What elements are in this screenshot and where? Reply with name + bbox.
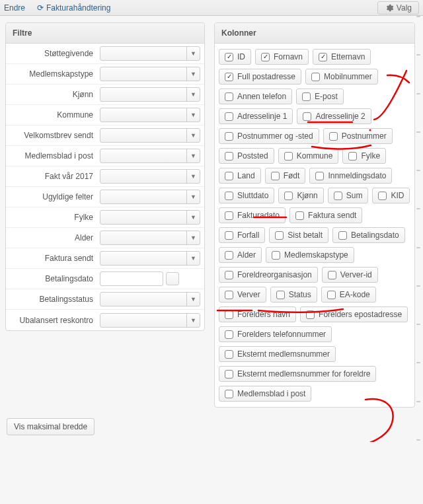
pill-checkbox[interactable]: [225, 291, 233, 299]
column-pill[interactable]: E-post: [296, 89, 344, 104]
column-pill[interactable]: Faktura sendt: [289, 207, 362, 223]
filter-select[interactable]: ▼: [100, 87, 200, 102]
column-pill[interactable]: Fylke: [342, 148, 386, 164]
pill-checkbox[interactable]: [225, 92, 233, 101]
filter-select[interactable]: ▼: [100, 149, 200, 163]
filter-select[interactable]: ▼: [100, 169, 200, 184]
column-pill[interactable]: Forelders navn: [219, 306, 296, 322]
pill-checkbox[interactable]: [284, 192, 293, 200]
pill-checkbox[interactable]: [302, 92, 311, 101]
column-pill[interactable]: Sluttdato: [219, 188, 274, 203]
column-pill[interactable]: Status: [270, 287, 317, 303]
column-pill[interactable]: ID: [219, 49, 251, 65]
pill-checkbox[interactable]: [225, 370, 233, 378]
link-endre[interactable]: Endre: [4, 3, 25, 13]
column-pill[interactable]: Kommune: [278, 148, 339, 164]
pill-checkbox[interactable]: [225, 350, 233, 359]
column-pill[interactable]: Verver-id: [322, 267, 378, 283]
pill-checkbox[interactable]: [225, 231, 233, 240]
pill-checkbox[interactable]: [225, 132, 233, 141]
button-vis-maksimal-bredde[interactable]: Vis maksimal bredde: [7, 418, 95, 435]
pill-label: Etternavn: [331, 52, 365, 61]
column-pill[interactable]: Fakturadato: [219, 207, 286, 223]
pill-checkbox[interactable]: [284, 152, 293, 161]
pill-checkbox[interactable]: [303, 112, 311, 121]
column-pill[interactable]: Medlemskapstype: [266, 247, 354, 263]
pill-checkbox[interactable]: [319, 53, 327, 61]
column-pill[interactable]: Forelders telefonnummer: [219, 326, 332, 342]
pill-checkbox[interactable]: [225, 152, 233, 161]
pill-checkbox[interactable]: [225, 310, 233, 319]
column-pill[interactable]: Forfall: [219, 227, 265, 243]
pill-checkbox[interactable]: [276, 291, 285, 299]
betalingsdato-input[interactable]: [100, 271, 163, 286]
filter-select[interactable]: ▼: [100, 128, 200, 143]
column-pill[interactable]: Annen telefon: [219, 89, 292, 104]
filter-select[interactable]: ▼: [100, 67, 200, 81]
pill-checkbox[interactable]: [306, 310, 315, 319]
filter-control: ▼: [100, 46, 204, 61]
filter-select[interactable]: ▼: [100, 313, 200, 328]
pill-checkbox[interactable]: [329, 132, 338, 141]
filter-select[interactable]: ▼: [100, 251, 200, 266]
pill-checkbox[interactable]: [311, 73, 320, 81]
column-pill[interactable]: Poststed: [219, 148, 274, 164]
column-pill[interactable]: Fornavn: [255, 49, 309, 65]
pill-checkbox[interactable]: [225, 73, 233, 81]
column-pill[interactable]: EA-kode: [321, 287, 376, 303]
column-pill[interactable]: Postnummer: [323, 128, 393, 144]
pill-checkbox[interactable]: [295, 211, 304, 220]
pill-checkbox[interactable]: [334, 192, 342, 200]
pill-checkbox[interactable]: [338, 231, 347, 240]
betalingsdato-picker-button[interactable]: [166, 272, 179, 285]
pill-checkbox[interactable]: [225, 390, 233, 398]
link-fakturahandtering[interactable]: ⟳ Fakturahåndtering: [37, 3, 110, 13]
pill-checkbox[interactable]: [348, 152, 357, 161]
filter-select[interactable]: ▼: [100, 46, 200, 61]
filter-select[interactable]: ▼: [100, 292, 200, 306]
pill-checkbox[interactable]: [225, 330, 233, 339]
pill-checkbox[interactable]: [315, 172, 324, 180]
pill-checkbox[interactable]: [225, 53, 233, 61]
filter-control: ▼: [100, 210, 204, 225]
column-pill[interactable]: Foreldreorganisasjon: [219, 267, 318, 283]
pill-checkbox[interactable]: [261, 53, 270, 61]
column-pill[interactable]: Eksternt medlemsnummer: [219, 346, 336, 362]
column-pill[interactable]: Født: [265, 168, 306, 184]
column-pill[interactable]: Forelders epostadresse: [300, 306, 408, 322]
column-pill[interactable]: KID: [372, 188, 410, 203]
filter-select[interactable]: ▼: [100, 210, 200, 225]
column-pill[interactable]: Eksternt medlemsnummer for foreldre: [219, 366, 376, 382]
column-pill[interactable]: Verver: [219, 287, 266, 303]
column-pill[interactable]: Sum: [328, 188, 369, 203]
pill-checkbox[interactable]: [272, 251, 280, 260]
column-pill[interactable]: Adresselinje 1: [219, 108, 293, 124]
column-pill[interactable]: Land: [219, 168, 261, 184]
column-pill[interactable]: Etternavn: [313, 49, 371, 65]
pill-checkbox[interactable]: [225, 211, 233, 220]
pill-checkbox[interactable]: [328, 271, 336, 279]
column-pill[interactable]: Medlemsblad i post: [219, 386, 311, 402]
filter-select[interactable]: ▼: [100, 108, 200, 122]
column-pill[interactable]: Mobilnummer: [305, 69, 378, 85]
pill-checkbox[interactable]: [275, 231, 284, 240]
pill-checkbox[interactable]: [225, 251, 233, 260]
pill-checkbox[interactable]: [225, 192, 233, 200]
pill-checkbox[interactable]: [271, 172, 280, 180]
column-pill[interactable]: Kjønn: [278, 188, 323, 203]
pill-checkbox[interactable]: [225, 271, 233, 279]
column-pill[interactable]: Postnummer og -sted: [219, 128, 319, 144]
column-pill[interactable]: Sist betalt: [269, 227, 328, 243]
filter-select[interactable]: ▼: [100, 190, 200, 204]
pill-checkbox[interactable]: [378, 192, 387, 200]
column-pill[interactable]: Full postadresse: [219, 69, 301, 85]
pill-checkbox[interactable]: [327, 291, 336, 299]
column-pill[interactable]: Alder: [219, 247, 262, 263]
pill-checkbox[interactable]: [225, 172, 233, 180]
button-valg[interactable]: Valg: [377, 1, 419, 15]
pill-checkbox[interactable]: [225, 112, 233, 121]
filter-select[interactable]: ▼: [100, 231, 200, 245]
column-pill[interactable]: Adresselinje 2: [297, 108, 371, 124]
column-pill[interactable]: Innmeldingsdato: [309, 168, 392, 184]
column-pill[interactable]: Betalingsdato: [332, 227, 405, 243]
